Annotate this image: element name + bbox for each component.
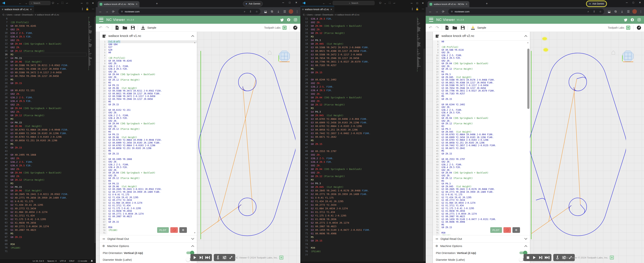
fast-forward-button[interactable] <box>544 254 550 261</box>
play-button[interactable] <box>192 254 198 261</box>
minimize-button[interactable]: ─ <box>626 1 628 4</box>
close-button[interactable]: ✕ <box>420 2 426 5</box>
address-bar[interactable]: ⊜ ncviewer.com ⌕ ⇩ ☆ <box>118 9 260 14</box>
maximize-button[interactable]: □ <box>84 2 90 5</box>
back-button[interactable]: ← <box>427 10 434 13</box>
reading-list-icon[interactable]: ☰ <box>625 10 632 13</box>
forward-button[interactable]: → <box>104 10 110 13</box>
tab-v1nc[interactable]: ≡ wallace knock off v1.nc ✕ <box>0 6 34 13</box>
gauge-icon[interactable] <box>636 25 641 30</box>
open-file-icon[interactable] <box>452 26 457 30</box>
split-editor-icon[interactable]: ⫿ <box>82 8 83 11</box>
site-info-icon[interactable]: ⊜ <box>451 10 453 13</box>
edit-filename-icon[interactable] <box>436 34 439 38</box>
copilot-icon[interactable]: 🗩 <box>52 2 54 5</box>
simulate-flask-button[interactable] <box>215 254 221 261</box>
close-button[interactable]: ✕ <box>295 1 297 4</box>
toolpath-labs-label[interactable]: Toolpath Labs <box>608 26 624 29</box>
bell-icon[interactable] <box>90 259 93 262</box>
code-editor[interactable]: 11G38.4 Z0.5 F20.12G92 Z0.13G0 Z0.04 (IH… <box>300 17 415 261</box>
search-input[interactable]: ⌕ Search <box>333 1 374 5</box>
status-language[interactable]: { } nccode <box>78 260 87 262</box>
chevron-down-icon[interactable]: ⌄ <box>384 2 386 5</box>
search-input[interactable]: ⌕ Search <box>29 1 50 5</box>
scroll-up-icon[interactable]: ▲ <box>194 42 196 44</box>
simulate-flask-button[interactable] <box>554 254 561 261</box>
undo-icon[interactable]: ↶ <box>429 25 432 30</box>
machine-options-row[interactable]: ⚙ Machine Options <box>100 242 197 250</box>
expand-chevron-icon[interactable] <box>191 238 194 240</box>
minimize-button[interactable]: ─ <box>282 1 284 4</box>
browser-tab[interactable]: wallace knock off v1.nc - NCVie ✕ <box>98 1 140 7</box>
browser-tab[interactable]: wallace knock off v2.nc - NCVie ✕ <box>428 1 469 7</box>
undo-icon[interactable]: ↶ <box>99 25 102 30</box>
tab-close-icon[interactable]: ✕ <box>466 3 468 6</box>
status-eol[interactable]: CRLF <box>69 260 74 262</box>
search-sidebar-icon[interactable]: ⧉ <box>612 10 619 13</box>
stop-button[interactable]: 🚫 <box>170 227 178 233</box>
reload-button[interactable]: ⟳ <box>440 10 446 13</box>
install-icon[interactable]: ⇩ <box>249 10 252 13</box>
close-button[interactable]: ✕ <box>90 2 96 5</box>
sample-button-label[interactable]: Sample <box>147 26 156 29</box>
split-editor-icon[interactable]: ⫿ <box>412 8 413 11</box>
status-encoding[interactable]: UTF-8 <box>60 260 66 262</box>
maximize-button[interactable]: □ <box>632 1 634 4</box>
status-spaces[interactable]: Spaces: 4 <box>47 260 56 262</box>
copilot-icon[interactable]: 🗩 <box>379 2 382 5</box>
forward-arrow-icon[interactable]: → <box>25 2 28 5</box>
menu-hamburger-icon[interactable] <box>99 18 103 22</box>
collapse-chevron-icon[interactable] <box>524 35 527 37</box>
forward-button[interactable]: → <box>434 10 440 13</box>
gcode-text[interactable]: 1(v1.6-af)2G90 G943G174G205H06 7(2D Prof… <box>100 40 197 235</box>
facebook-icon[interactable] <box>630 18 634 22</box>
maximize-button[interactable]: □ <box>289 1 290 4</box>
collapse-chevron-icon[interactable] <box>191 245 194 247</box>
plot-orientation-toggle[interactable] <box>520 251 527 254</box>
zoom-icon[interactable]: ⌕ <box>244 10 245 13</box>
minimize-button[interactable]: ─ <box>409 2 414 5</box>
digital-read-out-row[interactable]: ≔ Digital Read Out <box>433 235 530 242</box>
reload-button[interactable]: ⟳ <box>110 10 116 13</box>
forward-arrow-icon[interactable]: → <box>328 2 331 5</box>
unlock-icon[interactable]: 🔓 <box>416 8 419 11</box>
save-file-icon[interactable] <box>461 26 465 30</box>
scroll-up-icon[interactable]: ▲ <box>527 42 529 44</box>
close-button[interactable]: ✕ <box>639 1 641 4</box>
back-arrow-icon[interactable]: ← <box>322 2 326 5</box>
search-sidebar-icon[interactable]: ⧉ <box>269 10 275 13</box>
step-forward-button[interactable] <box>538 254 544 261</box>
ask-gemini-button[interactable]: ✦ Ask Gemini <box>243 1 263 7</box>
expand-chevron-icon[interactable] <box>524 238 527 240</box>
redo-icon[interactable]: ↷ <box>436 25 439 30</box>
chevron-down-icon[interactable]: ⌄ <box>57 2 59 5</box>
install-icon[interactable]: ⇩ <box>593 10 595 13</box>
collapse-chevron-icon[interactable] <box>524 245 527 247</box>
layout-icon[interactable]: ⛶ <box>389 2 390 5</box>
more-actions-icon[interactable]: ⋯ <box>92 8 94 11</box>
unlock-icon[interactable]: 🔓 <box>86 8 89 11</box>
edit-filename-icon[interactable] <box>102 34 106 38</box>
sample-button-label[interactable]: Sample <box>477 26 486 29</box>
download-sample-icon[interactable] <box>141 26 145 30</box>
speed-sliders-button[interactable] <box>221 254 228 261</box>
minimap[interactable] <box>417 17 423 261</box>
instagram-icon[interactable] <box>294 18 297 22</box>
bookmark-star-icon[interactable]: ☆ <box>256 10 258 13</box>
menu-kebab-icon[interactable]: ⋮ <box>638 10 644 13</box>
open-file-icon[interactable] <box>122 26 128 30</box>
scrollbar[interactable] <box>94 17 96 243</box>
save-file-icon[interactable] <box>131 26 135 30</box>
plot-orientation-toggle[interactable] <box>186 251 194 254</box>
pin-icon[interactable]: -⌐ <box>66 2 68 5</box>
tab-v2nc[interactable]: ≡ wallace knock off v2.nc ✕ <box>300 6 334 13</box>
plot-button[interactable]: PLOT <box>490 227 502 233</box>
redo-icon[interactable]: ↷ <box>106 25 109 30</box>
plot-button[interactable]: PLOT <box>157 227 169 233</box>
scrollbar[interactable] <box>424 49 425 261</box>
gcode-text[interactable]: 5H06 7(2D Profile1)8G0 X0.588 Y0.41169G9… <box>433 40 530 235</box>
machine-options-row[interactable]: ⚙ Machine Options <box>433 242 530 250</box>
panel-scrollbar-thumb[interactable] <box>527 49 530 109</box>
tab-close-icon[interactable]: ✕ <box>30 8 32 11</box>
zoom-icon[interactable]: ⌕ <box>588 10 589 13</box>
